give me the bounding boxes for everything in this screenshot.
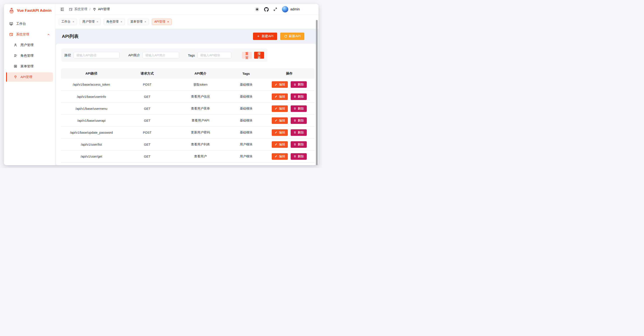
list-icon bbox=[14, 64, 18, 68]
refresh-api-button[interactable]: 刷新API bbox=[280, 33, 304, 40]
cell-method: POST bbox=[122, 79, 173, 91]
breadcrumb-parent[interactable]: 系统管理 bbox=[69, 7, 87, 11]
breadcrumb-parent-label: 系统管理 bbox=[74, 7, 87, 11]
tab-api[interactable]: API管理 × bbox=[152, 19, 172, 25]
monitor-icon bbox=[9, 22, 13, 26]
table-row: /api/v1/base/userapi GET 查看用户API 基础模块 编辑… bbox=[61, 115, 314, 127]
delete-button[interactable]: 删除 bbox=[291, 105, 307, 112]
trash-icon bbox=[294, 95, 296, 98]
col-tags: Tags bbox=[228, 68, 264, 79]
pencil-icon bbox=[274, 155, 277, 158]
cell-summary: 获取token bbox=[173, 79, 228, 91]
sidebar-item-users[interactable]: 用户管理 bbox=[6, 40, 53, 50]
tags-filter-label: Tags bbox=[188, 53, 195, 57]
edit-button[interactable]: 编辑 bbox=[272, 81, 288, 88]
cell-actions: 编辑 删除 bbox=[264, 139, 314, 150]
fullscreen-icon[interactable] bbox=[273, 7, 278, 11]
search-button[interactable]: 搜索 bbox=[254, 52, 264, 59]
cell-summary: 更新用户密码 bbox=[173, 127, 228, 139]
sidebar-item-system[interactable]: 系统管理 bbox=[6, 30, 53, 39]
chicken-logo-icon bbox=[8, 7, 15, 14]
close-icon[interactable]: × bbox=[144, 20, 146, 23]
table-row: /api/v1/base/access_token POST 获取token 基… bbox=[61, 79, 314, 91]
plug-icon bbox=[92, 7, 96, 11]
sidebar-item-api[interactable]: API管理 bbox=[6, 72, 53, 82]
create-api-button[interactable]: 新建API bbox=[253, 33, 277, 40]
cell-path: /api/v1/user/get bbox=[61, 150, 122, 162]
sidebar-item-roles[interactable]: 角色管理 bbox=[6, 51, 53, 60]
refresh-icon bbox=[284, 34, 287, 38]
cell-summary: 查看用户信息 bbox=[173, 91, 228, 103]
page-content: API列表 新建API bbox=[55, 29, 318, 165]
col-path: API路径 bbox=[61, 68, 122, 79]
edit-button[interactable]: 编辑 bbox=[272, 129, 288, 136]
delete-button[interactable]: 删除 bbox=[291, 117, 307, 124]
col-method: 请求方式 bbox=[122, 68, 173, 79]
tab-workbench[interactable]: 工作台 × bbox=[59, 19, 77, 25]
sidebar-item-label: 系统管理 bbox=[16, 32, 29, 36]
close-icon[interactable]: × bbox=[72, 20, 74, 23]
close-icon[interactable]: × bbox=[167, 20, 169, 23]
filter-bar: 路径 API简介 Tags 重置 搜索 bbox=[61, 48, 267, 62]
cell-summary: 查看用户 bbox=[173, 150, 228, 162]
delete-button[interactable]: 删除 bbox=[291, 141, 307, 148]
cell-actions: 编辑 删除 bbox=[264, 127, 314, 139]
main-area: 系统管理 / API管理 bbox=[55, 4, 318, 165]
tags-filter-input[interactable] bbox=[198, 52, 232, 58]
username: admin bbox=[290, 7, 300, 11]
delete-button[interactable]: 删除 bbox=[291, 93, 307, 100]
user-menu[interactable]: admin bbox=[282, 6, 300, 12]
sidebar-item-label: 菜单管理 bbox=[20, 64, 34, 68]
tab-label: 用户管理 bbox=[82, 20, 94, 24]
sidebar-item-menus[interactable]: 菜单管理 bbox=[6, 62, 53, 71]
sidebar-item-label: 角色管理 bbox=[20, 54, 34, 58]
tab-menus[interactable]: 菜单管理 × bbox=[128, 19, 149, 25]
avatar bbox=[282, 6, 288, 12]
trash-icon bbox=[294, 119, 296, 122]
header-actions: admin bbox=[250, 6, 300, 12]
edit-button[interactable]: 编辑 bbox=[272, 153, 288, 160]
edit-button[interactable]: 编辑 bbox=[272, 93, 288, 100]
cell-summary: 查看用户菜单 bbox=[173, 103, 228, 115]
edit-button[interactable]: 编辑 bbox=[272, 141, 288, 148]
sidebar-menu: 工作台 系统管理 bbox=[4, 16, 55, 83]
table-row: /api/v1/base/usermenu GET 查看用户菜单 基础模块 编辑… bbox=[61, 103, 314, 115]
cell-tags: 基础模块 bbox=[228, 115, 264, 127]
sidebar-item-workbench[interactable]: 工作台 bbox=[6, 19, 53, 28]
plug-icon bbox=[14, 75, 18, 79]
reset-button[interactable]: 重置 bbox=[242, 52, 252, 59]
pencil-icon bbox=[274, 83, 277, 86]
delete-button[interactable]: 删除 bbox=[291, 129, 307, 136]
delete-button[interactable]: 删除 bbox=[291, 153, 307, 160]
sidebar: Vue FastAPI Admin 工作台 bbox=[4, 4, 55, 165]
cell-tags: 用户模块 bbox=[228, 139, 264, 150]
cell-actions: 编辑 删除 bbox=[264, 79, 314, 91]
summary-filter-input[interactable] bbox=[142, 52, 179, 58]
edit-button[interactable]: 编辑 bbox=[272, 105, 288, 112]
tab-bar: 工作台 × 用户管理 × 角色管理 × 菜单管理 × API管理 × bbox=[55, 15, 318, 29]
close-icon[interactable]: × bbox=[96, 20, 98, 23]
plus-icon bbox=[257, 34, 260, 38]
page-title: API列表 bbox=[62, 33, 78, 39]
edit-button[interactable]: 编辑 bbox=[272, 117, 288, 124]
cell-path: /api/v1/user/list bbox=[61, 139, 122, 150]
cell-method: POST bbox=[122, 127, 173, 139]
pencil-icon bbox=[274, 95, 277, 98]
breadcrumb-current-label: API管理 bbox=[98, 7, 110, 11]
breadcrumb-current[interactable]: API管理 bbox=[92, 7, 110, 11]
vertical-scrollbar[interactable] bbox=[316, 20, 318, 165]
menu-fold-icon[interactable] bbox=[60, 7, 64, 11]
cell-method: GET bbox=[122, 103, 173, 115]
github-icon[interactable] bbox=[264, 7, 268, 11]
tab-label: 角色管理 bbox=[106, 20, 118, 24]
tab-users[interactable]: 用户管理 × bbox=[80, 19, 101, 25]
cell-summary: 查看用户列表 bbox=[173, 139, 228, 150]
table-row: /api/v1/base/update_password POST 更新用户密码… bbox=[61, 127, 314, 139]
theme-sun-icon[interactable] bbox=[255, 7, 259, 11]
trash-icon bbox=[294, 107, 296, 110]
close-icon[interactable]: × bbox=[120, 20, 122, 23]
path-filter-input[interactable] bbox=[74, 52, 120, 58]
delete-button[interactable]: 删除 bbox=[291, 81, 307, 88]
tab-roles[interactable]: 角色管理 × bbox=[104, 19, 125, 25]
cell-path: /api/v1/base/access_token bbox=[61, 79, 122, 91]
